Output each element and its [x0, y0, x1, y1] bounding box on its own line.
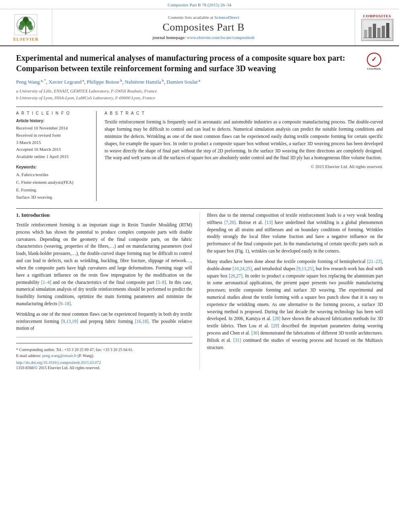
body-content: 1. Introduction Textile reinforcement fo… — [16, 208, 383, 370]
keyword-3: E. Forming — [16, 186, 88, 194]
intro-paragraph-2: Wrinkling as one of the most common flaw… — [16, 311, 192, 332]
ref-7-20: [7,20] — [224, 220, 236, 225]
received-date: Received 10 November 2014 — [16, 125, 88, 132]
abstract-label: A B S T R A C T — [105, 111, 383, 115]
contents-available-line: Contents lists available at ScienceDirec… — [168, 15, 239, 20]
copyright-line: © 2015 Elsevier Ltd. All rights reserved… — [105, 164, 383, 169]
author-2: Xavier Legrand — [49, 79, 82, 85]
composites-logo-text: composites — [363, 14, 391, 18]
author-4: Nahièene Hamila — [125, 79, 161, 85]
right-paragraph-2: Many studies have been done about the te… — [207, 258, 383, 351]
elsevier-logo-area: ELSEVIER — [0, 9, 52, 45]
body-right-column: fibres due to the internal composition o… — [200, 212, 383, 370]
ref-21-23: [21–23] — [367, 259, 382, 264]
svg-point-6 — [19, 25, 23, 30]
author-3: Philippe Boisse — [86, 79, 119, 85]
ref-31: [31] — [233, 338, 241, 343]
ref-10-24-25: [10,24,25] — [232, 266, 252, 271]
right-paragraph-1: fibres due to the internal composition o… — [207, 212, 383, 255]
ref-9-13-19: [9,13,19] — [61, 319, 78, 324]
elsevier-name: ELSEVIER — [13, 37, 39, 41]
email-person: (P. Wang). — [78, 353, 95, 358]
keywords-label: Keywords: — [16, 165, 88, 169]
journal-homepage-link[interactable]: www.elsevier.com/locate/compositesb — [187, 35, 255, 40]
footnote-area: * Corresponding author. Tel.: +33 3 20 2… — [16, 337, 192, 370]
doi-link[interactable]: http://dx.doi.org/10.1016/j.compositesb.… — [16, 360, 101, 365]
available-date: Available online 1 April 2015 — [16, 153, 88, 160]
contents-text: Contents lists available at — [168, 15, 213, 20]
intro-paragraph-1: Textile reinforcement forming is an impo… — [16, 222, 192, 308]
corresponding-author-note: * Corresponding author. Tel.: +33 3 20 2… — [16, 347, 192, 353]
svg-rect-11 — [364, 30, 367, 38]
article-info-column: A R T I C L E I N F O Article history: R… — [16, 111, 97, 201]
affiliation-b: b University of Lyon, INSA-Lyon, LaMCoS … — [16, 94, 383, 101]
svg-rect-16 — [386, 23, 389, 38]
ref-5-8: [5–8] — [156, 280, 166, 285]
body-left-column: 1. Introduction Textile reinforcement fo… — [16, 212, 200, 370]
email-label: E-mail address: — [16, 353, 41, 358]
svg-rect-12 — [368, 27, 372, 38]
composites-logo-area: composites — [355, 9, 399, 45]
ref-28: [28] — [273, 316, 280, 321]
accepted-date: Accepted 16 March 2015 — [16, 146, 88, 153]
revised-date: 3 March 2015 — [16, 139, 88, 146]
journal-name: Composites Part B — [162, 21, 245, 33]
journal-url-line: journal homepage: www.elsevier.com/locat… — [152, 35, 254, 40]
ref-16-18: [16,18] — [135, 319, 149, 324]
history-label: Article history: — [16, 119, 88, 123]
author-5: Damien Soulat — [167, 79, 198, 85]
journal-bar: Composites Part B 78 (2015) 26–34 — [0, 0, 399, 9]
revised-label: Received in revised form — [16, 132, 88, 139]
elsevier-logo: ELSEVIER — [13, 14, 39, 41]
crossmark-label: CrossMark — [367, 67, 380, 71]
affiliation-a: a University of Lille, ENSAIT, GEMTEX La… — [16, 88, 383, 94]
header: ELSEVIER Contents lists available at Sci… — [0, 9, 399, 46]
sciencedirect-link[interactable]: ScienceDirect — [214, 15, 239, 20]
ref-29: [29] — [271, 323, 279, 328]
keyword-4: Surface 3D weaving — [16, 193, 88, 201]
keyword-2: C. Finite element analysis(FEA) — [16, 179, 88, 186]
article-title-area: Experimental and numerical analyses of m… — [16, 53, 383, 74]
abstract-column: A B S T R A C T Textile reinforcement fo… — [97, 111, 383, 201]
crossmark-badge: ✓ CrossMark — [365, 53, 383, 71]
article-title-text: Experimental and numerical analyses of m… — [16, 53, 345, 73]
composites-logo: composites — [361, 14, 393, 41]
introduction-title: 1. Introduction — [16, 212, 192, 218]
svg-rect-15 — [382, 26, 385, 38]
ref-26-27: [26,27] — [229, 273, 243, 278]
issn-line: 1359-8368/© 2015 Elsevier Ltd. All right… — [16, 366, 192, 370]
keywords-section: Keywords: A. Fabrics/textiles C. Finite … — [16, 165, 88, 201]
keyword-1: A. Fabrics/textiles — [16, 171, 88, 179]
ref-30: [30] — [251, 331, 259, 335]
page: Composites Part B 78 (2015) 26–34 — [0, 0, 399, 532]
email-link[interactable]: peng.wang@ensait.fr — [42, 353, 78, 358]
authors-line: Peng Wang a, *, Xavier Legrand a, Philip… — [16, 78, 383, 85]
ref-9-13-25: [9,13,25] — [296, 266, 313, 271]
abstract-text: Textile reinforcement forming is frequen… — [105, 119, 383, 162]
ref-9-18: [9–18] — [58, 301, 71, 306]
ref-13: [13] — [265, 220, 273, 225]
svg-point-7 — [28, 25, 33, 30]
main-content: Experimental and numerical analyses of m… — [0, 46, 399, 378]
svg-rect-14 — [377, 28, 380, 38]
affiliations: a University of Lille, ENSAIT, GEMTEX La… — [16, 88, 383, 101]
journal-header-center: Contents lists available at ScienceDirec… — [52, 9, 355, 45]
author-1: Peng Wang — [16, 79, 40, 85]
composites-logo-image — [361, 19, 393, 41]
journal-citation: Composites Part B 78 (2015) 26–34 — [168, 2, 232, 7]
article-history: Article history: Received 10 November 20… — [16, 119, 88, 160]
crossmark-circle: ✓ — [367, 53, 381, 67]
ref-1-4: [1–4] — [41, 280, 51, 285]
doi-line: http://dx.doi.org/10.1016/j.compositesb.… — [16, 360, 192, 365]
article-info-label: A R T I C L E I N F O — [16, 111, 88, 115]
svg-rect-13 — [373, 24, 376, 38]
email-footnote: E-mail address: peng.wang@ensait.fr (P. … — [16, 353, 192, 359]
elsevier-tree-icon — [14, 14, 38, 36]
article-info-abstract: A R T I C L E I N F O Article history: R… — [16, 107, 383, 201]
